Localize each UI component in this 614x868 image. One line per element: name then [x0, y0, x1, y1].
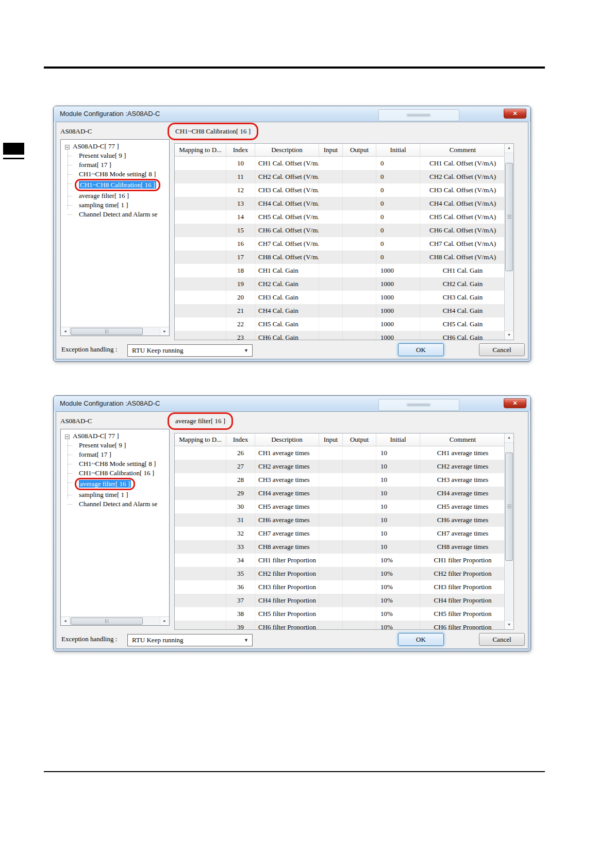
tree-item[interactable]: average filter[ 16 ] [61, 191, 169, 201]
scroll-down-icon[interactable]: ▼ [505, 620, 513, 629]
tree-item-label[interactable]: sampling time[ 1 ] [79, 201, 128, 209]
tree-item-label[interactable]: format[ 17 ] [79, 161, 111, 169]
table-row[interactable]: 35CH2 filter Proportion10%CH2 filter Pro… [175, 567, 506, 580]
col-header-input[interactable]: Input [319, 144, 343, 156]
hscrollbar-thumb[interactable] [71, 328, 143, 335]
tree-item-label[interactable]: format[ 17 ] [79, 450, 111, 458]
tree-item-label[interactable]: CH1~CH8 Calibration[ 16 ] [79, 469, 154, 477]
vscrollbar-thumb[interactable] [505, 453, 513, 561]
tree-item[interactable]: CH1~CH8 Calibration[ 16 ] [61, 179, 169, 191]
table-row[interactable]: 16CH7 Cal. Offset (V/mA)0CH7 Cal. Offset… [175, 237, 506, 251]
horizontal-scrollbar[interactable]: ◄ ► [61, 616, 169, 625]
table-row[interactable]: 17CH8 Cal. Offset (V/mA)0CH8 Cal. Offset… [175, 251, 506, 264]
cell-map [175, 567, 226, 580]
table-row[interactable]: 20CH3 Cal. Gain1000CH3 Cal. Gain [175, 291, 506, 304]
exception-handling-dropdown[interactable]: RTU Keep running ▼ [127, 344, 253, 357]
scroll-right-icon[interactable]: ► [160, 617, 169, 625]
scroll-up-icon[interactable]: ▲ [505, 433, 513, 443]
tree-item-label[interactable]: CH1~CH8 Calibration[ 16 ] [79, 181, 156, 189]
col-header-input[interactable]: Input [319, 433, 343, 446]
cancel-button[interactable]: Cancel [479, 343, 525, 356]
horizontal-scrollbar[interactable]: ◄ ► [61, 327, 169, 336]
col-header-initial[interactable]: Initial [376, 144, 420, 156]
table-row[interactable]: 27CH2 average times10CH2 average times [175, 460, 506, 473]
table-row[interactable]: 21CH4 Cal. Gain1000CH4 Cal. Gain [175, 304, 506, 318]
hscrollbar-thumb[interactable] [71, 617, 143, 625]
ok-button[interactable]: OK [398, 343, 444, 356]
table-row[interactable]: 26CH1 average times10CH1 average times [175, 446, 506, 460]
tree-item-label[interactable]: Present value[ 9 ] [79, 441, 126, 449]
tree-item[interactable]: sampling time[ 1 ] [61, 201, 169, 210]
scroll-left-icon[interactable]: ◄ [61, 617, 70, 625]
close-button[interactable]: ✕ [504, 109, 526, 119]
col-header-index[interactable]: Index [226, 433, 255, 446]
col-header-index[interactable]: Index [226, 144, 255, 156]
ok-button[interactable]: OK [398, 633, 444, 646]
tree-item[interactable]: CH1~CH8 Calibration[ 16 ] [61, 469, 169, 478]
col-header-mapping[interactable]: Mapping to D... [175, 144, 226, 156]
tree-item-label[interactable]: CH1~CH8 Mode setting[ 8 ] [79, 460, 156, 468]
tree-item-label[interactable]: CH1~CH8 Mode setting[ 8 ] [79, 170, 156, 178]
table-row[interactable]: 13CH4 Cal. Offset (V/mA)0CH4 Cal. Offset… [175, 197, 506, 210]
col-header-output[interactable]: Output [343, 144, 376, 156]
col-header-description[interactable]: Description [255, 433, 319, 446]
table-row[interactable]: 33CH8 average times10CH8 average times [175, 540, 506, 554]
table-row[interactable]: 37CH4 filter Proportion10%CH4 filter Pro… [175, 594, 506, 607]
table-row[interactable]: 18CH1 Cal. Gain1000CH1 Cal. Gain [175, 264, 506, 277]
table-row[interactable]: 15CH6 Cal. Offset (V/mA)0CH6 Cal. Offset… [175, 224, 506, 237]
table-row[interactable]: 32CH7 average times10CH7 average times [175, 527, 506, 540]
col-header-mapping[interactable]: Mapping to D... [175, 433, 226, 446]
tree-item[interactable]: Present value[ 9 ] [61, 441, 169, 450]
table-row[interactable]: 34CH1 filter Proportion10%CH1 filter Pro… [175, 554, 506, 567]
table-row[interactable]: 38CH5 filter Proportion10%CH5 filter Pro… [175, 607, 506, 621]
scroll-right-icon[interactable]: ► [160, 327, 169, 336]
col-header-initial[interactable]: Initial [376, 433, 420, 446]
tree-item[interactable]: Channel Detect and Alarm se [61, 499, 169, 509]
tree-item[interactable]: format[ 17 ] [61, 160, 169, 170]
col-header-output[interactable]: Output [343, 433, 376, 446]
close-button[interactable]: ✕ [504, 398, 526, 408]
tree-item[interactable]: sampling time[ 1 ] [61, 490, 169, 499]
table-row[interactable]: 14CH5 Cal. Offset (V/mA)0CH5 Cal. Offset… [175, 210, 506, 224]
tree-root[interactable]: AS08AD-C[ 77 ] [61, 142, 169, 151]
tree-item-label[interactable]: Channel Detect and Alarm se [79, 210, 157, 218]
table-row[interactable]: 19CH2 Cal. Gain1000CH2 Cal. Gain [175, 277, 506, 291]
vertical-scrollbar[interactable]: ▲ ▼ [504, 433, 513, 629]
table-row[interactable]: 29CH4 average times10CH4 average times [175, 487, 506, 500]
col-header-comment[interactable]: Comment [420, 433, 506, 446]
cancel-button[interactable]: Cancel [479, 633, 525, 646]
tree-item[interactable]: Present value[ 9 ] [61, 151, 169, 160]
table-row[interactable]: 10CH1 Cal. Offset (V/mA)0CH1 Cal. Offset… [175, 157, 506, 170]
tree-item[interactable]: Channel Detect and Alarm se [61, 210, 169, 219]
tree-item[interactable]: average filter[ 16 ] [61, 478, 169, 490]
table-row[interactable]: 12CH3 Cal. Offset (V/mA)0CH3 Cal. Offset… [175, 183, 506, 197]
vscrollbar-thumb[interactable] [505, 163, 513, 271]
tree-item[interactable]: CH1~CH8 Mode setting[ 8 ] [61, 170, 169, 179]
table-row[interactable]: 36CH3 filter Proportion10%CH3 filter Pro… [175, 580, 506, 594]
table-row[interactable]: 22CH5 Cal. Gain1000CH5 Cal. Gain [175, 318, 506, 331]
tree-item[interactable]: CH1~CH8 Mode setting[ 8 ] [61, 459, 169, 469]
titlebar[interactable]: Module Configuration :AS08AD-C ✕ [54, 106, 530, 122]
table-row[interactable]: 39CH6 filter Proportion10%CH6 filter Pro… [175, 621, 506, 630]
tree-item-label[interactable]: Channel Detect and Alarm se [79, 500, 157, 508]
tree-item[interactable]: format[ 17 ] [61, 450, 169, 459]
col-header-description[interactable]: Description [255, 144, 319, 156]
scroll-down-icon[interactable]: ▼ [505, 330, 513, 340]
scroll-left-icon[interactable]: ◄ [61, 327, 70, 336]
tree-item-label[interactable]: Present value[ 9 ] [79, 152, 126, 159]
table-row[interactable]: 23CH6 Cal. Gain1000CH6 Cal. Gain [175, 331, 506, 340]
vertical-scrollbar[interactable]: ▲ ▼ [504, 144, 513, 340]
tree-item-label[interactable]: average filter[ 16 ] [79, 192, 129, 199]
cell-com: CH2 average times [420, 460, 506, 473]
tree-root[interactable]: AS08AD-C[ 77 ] [61, 431, 169, 441]
tree-item-label[interactable]: average filter[ 16 ] [79, 480, 131, 488]
table-row[interactable]: 28CH3 average times10CH3 average times [175, 473, 506, 487]
exception-handling-dropdown[interactable]: RTU Keep running ▼ [127, 634, 253, 646]
col-header-comment[interactable]: Comment [420, 144, 506, 156]
table-row[interactable]: 31CH6 average times10CH6 average times [175, 513, 506, 527]
table-row[interactable]: 30CH5 average times10CH5 average times [175, 500, 506, 513]
table-row[interactable]: 11CH2 Cal. Offset (V/mA)0CH2 Cal. Offset… [175, 170, 506, 183]
titlebar[interactable]: Module Configuration :AS08AD-C ✕ [54, 396, 530, 411]
tree-item-label[interactable]: sampling time[ 1 ] [79, 491, 128, 498]
scroll-up-icon[interactable]: ▲ [505, 144, 513, 153]
